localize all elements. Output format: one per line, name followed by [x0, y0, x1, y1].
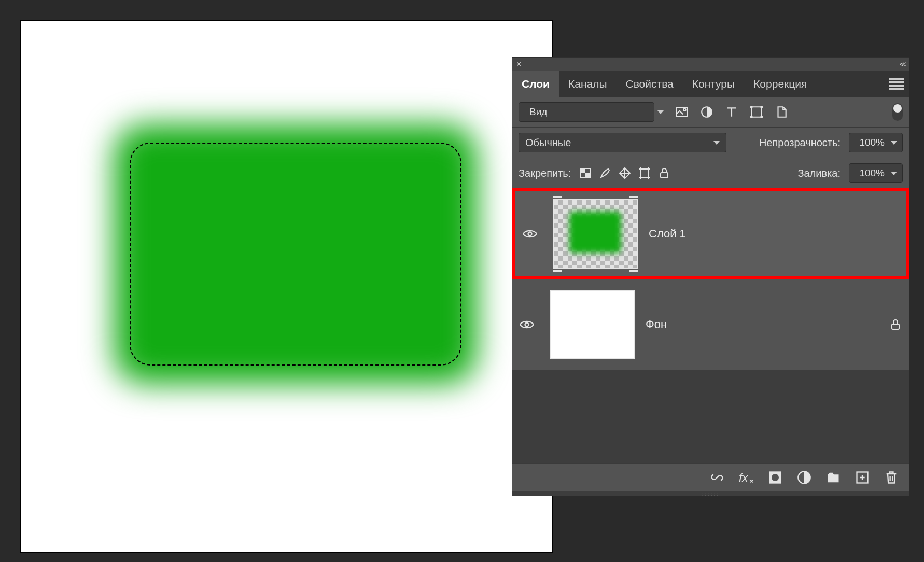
chevron-down-icon[interactable] — [891, 172, 897, 175]
visibility-icon[interactable] — [523, 229, 537, 239]
close-icon[interactable]: × — [516, 60, 521, 68]
filter-icons — [675, 105, 788, 119]
svg-rect-13 — [640, 169, 649, 177]
filter-adjust-icon[interactable] — [700, 105, 713, 119]
filter-pixel-icon[interactable] — [675, 105, 689, 119]
svg-rect-7 — [761, 106, 763, 108]
layer-kind-search[interactable] — [519, 102, 654, 122]
mask-icon[interactable] — [768, 470, 782, 485]
tab-channels[interactable]: Каналы — [559, 71, 617, 97]
lock-label: Закрепить: — [519, 167, 571, 179]
svg-rect-9 — [761, 116, 763, 118]
lock-paint-icon[interactable] — [599, 167, 611, 179]
filter-row — [512, 97, 909, 127]
fill-input[interactable] — [849, 163, 903, 183]
filter-type-icon[interactable] — [725, 105, 738, 119]
svg-point-3 — [683, 109, 685, 111]
svg-point-20 — [772, 474, 779, 481]
tab-properties[interactable]: Свойства — [617, 71, 683, 97]
blend-mode-select[interactable]: Обычные — [519, 133, 726, 152]
svg-rect-12 — [585, 173, 590, 178]
panel-titlebar: × << — [512, 58, 909, 71]
blend-mode-value: Обычные — [525, 137, 571, 149]
layer-list-empty-area[interactable] — [512, 370, 909, 463]
kind-search-input[interactable] — [528, 106, 653, 118]
opacity-input[interactable] — [849, 133, 903, 152]
new-layer-icon[interactable] — [855, 470, 870, 485]
layers-panel: × << Слои Каналы Свойства Контуры Коррек… — [512, 57, 909, 496]
layer-thumbnail[interactable] — [553, 199, 638, 269]
tab-adjustments[interactable]: Коррекция — [744, 71, 816, 97]
layer-row-background[interactable]: Фон — [512, 279, 909, 370]
lock-icon[interactable] — [889, 318, 902, 331]
svg-rect-5 — [751, 107, 762, 117]
opacity-value[interactable] — [855, 136, 886, 149]
tab-paths[interactable]: Контуры — [683, 71, 744, 97]
layer-name[interactable]: Слой 1 — [649, 227, 686, 241]
layer-name[interactable]: Фон — [646, 318, 667, 331]
link-layers-icon[interactable] — [710, 470, 724, 485]
filter-shape-icon[interactable] — [750, 105, 763, 119]
svg-point-15 — [528, 232, 532, 235]
svg-rect-6 — [750, 106, 752, 108]
lock-position-icon[interactable] — [619, 167, 631, 179]
chevron-down-icon[interactable] — [891, 141, 897, 145]
svg-point-16 — [525, 322, 529, 326]
fill-label: Заливка: — [797, 167, 841, 179]
panel-menu-icon[interactable] — [889, 78, 904, 90]
group-icon[interactable] — [826, 470, 841, 485]
panel-tabs: Слои Каналы Свойства Контуры Коррекция — [512, 71, 909, 97]
document-canvas[interactable] — [21, 21, 552, 552]
chevron-down-icon[interactable] — [657, 110, 664, 114]
visibility-icon[interactable] — [520, 319, 534, 330]
fill-value[interactable] — [855, 167, 886, 179]
trash-icon[interactable] — [884, 470, 899, 485]
blend-row: Обычные Непрозрачность: — [512, 127, 909, 158]
adjustment-layer-icon[interactable] — [797, 470, 811, 485]
filter-toggle[interactable] — [892, 103, 903, 121]
collapse-icon[interactable]: << — [900, 60, 905, 68]
svg-rect-8 — [750, 116, 752, 118]
lock-icons — [579, 167, 670, 179]
lock-transparent-icon[interactable] — [579, 167, 592, 179]
lock-artboard-icon[interactable] — [638, 167, 651, 179]
svg-rect-17 — [892, 324, 899, 329]
layer-thumbnail[interactable] — [550, 290, 635, 359]
filter-smart-icon[interactable] — [775, 105, 788, 119]
selection-marquee — [130, 143, 461, 366]
opacity-label: Непрозрачность: — [759, 137, 841, 149]
fx-icon[interactable]: fx — [739, 470, 753, 485]
chevron-down-icon[interactable] — [713, 141, 720, 145]
panel-resize-grip[interactable] — [512, 491, 909, 496]
tab-layers[interactable]: Слои — [512, 71, 559, 97]
panel-footer: fx — [512, 463, 909, 491]
svg-rect-14 — [661, 173, 668, 178]
svg-text:fx: fx — [739, 471, 748, 484]
svg-rect-11 — [581, 168, 585, 173]
layer-row-layer1[interactable]: Слой 1 — [512, 188, 909, 279]
layer-list: Слой 1 Фон — [512, 188, 909, 463]
lock-all-icon[interactable] — [658, 167, 670, 179]
lock-row: Закрепить: Заливка: — [512, 158, 909, 188]
